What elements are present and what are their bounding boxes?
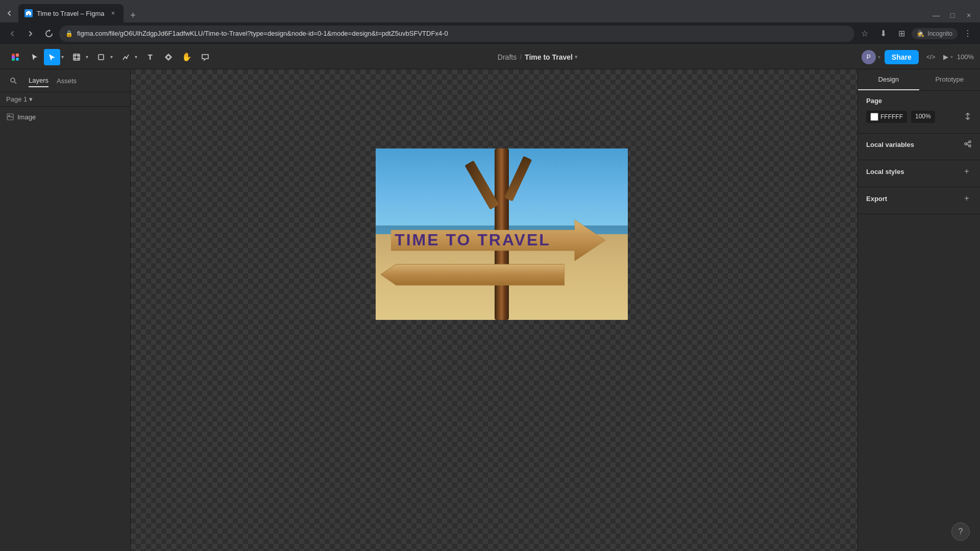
shape-tool-btn[interactable] [93, 49, 109, 65]
breadcrumb-current[interactable]: Time to Travel ▾ [525, 53, 577, 61]
text-tool-btn[interactable]: T [142, 49, 158, 65]
local-styles-row: Local styles + [866, 166, 972, 177]
profile-btn[interactable]: ⊞ [893, 26, 910, 42]
toolbar-right: P ▾ Share </> ▶ ▾ 100% [862, 49, 974, 65]
new-tab-btn[interactable]: + [126, 8, 140, 22]
svg-rect-1 [16, 54, 19, 57]
avatar-dropdown[interactable]: ▾ [878, 54, 880, 60]
tab-prototype[interactable]: Prototype [919, 69, 981, 90]
search-icon[interactable] [6, 73, 20, 88]
select-tool-btn[interactable] [44, 49, 60, 65]
page-selector[interactable]: Page 1 ▾ [0, 92, 130, 107]
svg-line-17 [15, 82, 17, 84]
user-avatar[interactable]: P [862, 50, 876, 64]
svg-line-29 [967, 144, 969, 145]
share-button[interactable]: Share [885, 50, 919, 64]
figma-main: Layers Assets Page 1 ▾ Image [0, 69, 980, 551]
url-bar[interactable]: 🔒 figma.com/file/gO6UlhZdgpJd6F1adfwKLU/… [59, 26, 854, 42]
svg-marker-24 [381, 264, 565, 285]
svg-rect-10 [99, 55, 104, 60]
play-dropdown[interactable]: ▾ [950, 54, 953, 60]
incognito-label: Incognito [927, 30, 952, 37]
canvas-image-container: TIME TO TRAVEL [376, 148, 628, 320]
tab-design[interactable]: Design [858, 69, 919, 90]
local-styles-add-btn[interactable]: + [962, 166, 972, 177]
breadcrumb-separator: / [520, 53, 522, 61]
figma-toolbar: ▾ ▾ ▾ [0, 45, 980, 69]
color-swatch [870, 113, 878, 121]
maximize-btn[interactable]: □ [945, 8, 960, 22]
right-panel: Design Prototype Page FFFFFF 100% [857, 69, 980, 551]
code-btn[interactable]: </> [923, 49, 939, 65]
page-name: Page 1 [6, 95, 27, 103]
local-styles-section: Local styles + [858, 160, 980, 187]
active-tab[interactable]: Time to Travel – Figma × [18, 4, 124, 22]
svg-rect-5 [74, 54, 80, 60]
tool-group-pen: ▾ [117, 49, 140, 65]
figma-app: ▾ ▾ ▾ [0, 45, 980, 551]
frame-tool-btn[interactable] [68, 49, 85, 65]
window-controls: — □ × [929, 8, 980, 22]
incognito-btn[interactable]: 🕵 Incognito [912, 28, 958, 39]
svg-point-16 [11, 78, 15, 82]
close-btn[interactable]: × [962, 8, 976, 22]
canvas-area[interactable]: TIME TO TRAVEL [131, 69, 857, 551]
export-add-btn[interactable]: + [962, 193, 972, 204]
travel-image: TIME TO TRAVEL [376, 148, 628, 320]
tool-group-frame: ▾ [68, 49, 91, 65]
comment-tool-btn[interactable] [197, 49, 213, 65]
breadcrumb: Drafts / Time to Travel ▾ [498, 53, 577, 61]
move-tool-btn[interactable] [27, 49, 43, 65]
page-fill-row: FFFFFF 100% [866, 111, 972, 123]
page-section: Page FFFFFF 100% [858, 91, 980, 134]
url-text: figma.com/file/gO6UlhZdgpJd6F1adfwKLU/Ti… [77, 30, 848, 37]
breadcrumb-parent[interactable]: Drafts [498, 53, 517, 61]
zoom-btn[interactable]: 100% [957, 53, 974, 61]
local-variables-title: Local variables [866, 141, 914, 148]
frame-tool-arrow[interactable]: ▾ [86, 54, 91, 60]
lock-icon: 🔒 [65, 30, 73, 37]
export-title: Export [866, 195, 887, 203]
components-tool-btn[interactable] [160, 49, 177, 65]
tool-group-shape: ▾ [93, 49, 115, 65]
pen-tool-btn[interactable] [117, 49, 134, 65]
tab-close-btn[interactable]: × [108, 9, 117, 18]
layer-item-image[interactable]: Image [2, 111, 128, 123]
download-btn[interactable]: ⬇ [875, 26, 891, 42]
variables-icon[interactable] [964, 140, 972, 149]
play-btn[interactable]: ▶ ▾ [943, 53, 953, 61]
more-btn[interactable]: ⋮ [960, 26, 976, 42]
hand-tool-btn[interactable]: ✋ [179, 49, 195, 65]
pen-tool-arrow[interactable]: ▾ [135, 54, 140, 60]
scroll-icon[interactable] [964, 112, 972, 122]
svg-rect-4 [12, 56, 15, 59]
forward-btn[interactable] [22, 26, 39, 42]
select-tool-arrow[interactable]: ▾ [61, 54, 66, 60]
minimize-btn[interactable]: — [929, 8, 943, 22]
local-styles-title: Local styles [866, 168, 904, 176]
layer-image-label: Image [17, 113, 36, 121]
left-panel: Layers Assets Page 1 ▾ Image [0, 69, 131, 551]
shape-tool-arrow[interactable]: ▾ [110, 54, 115, 60]
nav-right-actions: ☆ ⬇ ⊞ 🕵 Incognito ⋮ [856, 26, 976, 42]
refresh-btn[interactable] [41, 26, 57, 42]
opacity-input[interactable]: 100% [911, 111, 935, 123]
figma-logo-btn[interactable] [6, 48, 24, 66]
toolbar-center: Drafts / Time to Travel ▾ [215, 53, 860, 61]
back-btn[interactable] [4, 26, 20, 42]
bookmark-btn[interactable]: ☆ [856, 26, 873, 42]
svg-point-25 [965, 143, 967, 145]
tab-layers[interactable]: Layers [29, 74, 48, 87]
svg-line-28 [967, 142, 969, 143]
tab-back-btn[interactable] [0, 4, 18, 22]
tab-title: Time to Travel – Figma [37, 10, 104, 17]
local-variables-section: Local variables [858, 134, 980, 160]
fill-color-input[interactable]: FFFFFF [866, 111, 907, 123]
tool-group-select: ▾ [27, 49, 66, 65]
help-btn[interactable]: ? [951, 522, 970, 541]
play-icon: ▶ [943, 53, 948, 61]
tab-assets[interactable]: Assets [57, 75, 77, 87]
tab-bar: Time to Travel – Figma × + — □ × [0, 0, 980, 22]
svg-point-3 [16, 58, 19, 61]
panel-tabs: Layers Assets [0, 69, 130, 92]
